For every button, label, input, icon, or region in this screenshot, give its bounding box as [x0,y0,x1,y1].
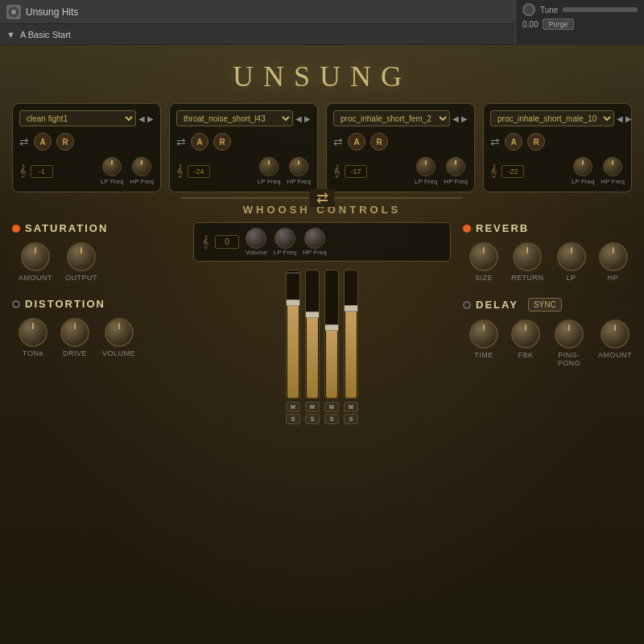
pad-4-volume[interactable]: -22 [502,165,524,178]
distortion-tone-knob[interactable] [19,318,47,347]
fader-2-s-button[interactable]: S [305,414,320,424]
pad-4-r-button[interactable]: R [527,133,545,151]
distortion-tone-wrap: TONe [19,318,47,357]
delay-fbk-label: FBK [518,351,533,359]
reverb-size-label: SIZE [475,274,493,282]
pad-2-r-button[interactable]: R [213,133,231,151]
reverb-enable-dot[interactable] [463,225,471,233]
fader-3-m-button[interactable]: M [324,402,339,412]
reverb-hp-knob[interactable] [599,242,628,271]
whoosh-hp-freq-knob[interactable] [304,228,325,249]
pad-2-header: throat_noise_short_l43 ◀ ▶ [176,110,311,126]
reverb-lp-knob[interactable] [557,242,586,271]
pad-1-lp-wrap: LP Freq [101,157,123,185]
pad-1-next-arrow[interactable]: ▶ [147,114,154,123]
distortion-volume-knob[interactable] [105,318,134,347]
delay-ping-pong-label: PING-PONG [553,351,585,367]
fader-1-m-button[interactable]: M [286,402,300,412]
tune-knob[interactable] [522,3,535,16]
pad-2-prev-arrow[interactable]: ◀ [295,114,302,123]
pad-4-prev-arrow[interactable]: ◀ [617,114,623,123]
whoosh-lp-knob[interactable] [246,228,266,249]
delay-ping-pong-knob[interactable] [555,320,584,349]
pad-3-shuffle-icon[interactable]: ⇄ [333,135,343,148]
whoosh-volume-display[interactable]: 0 [215,235,239,249]
pad-1-prev-arrow[interactable]: ◀ [138,114,145,123]
fader-4-track[interactable] [344,270,358,398]
pad-3-r-button[interactable]: R [370,133,388,151]
pad-2-volume[interactable]: -24 [188,165,210,178]
saturation-enable-dot[interactable] [12,225,20,233]
fader-4-thumb[interactable] [344,305,358,312]
pad-3-bottom: 𝄞 -17 LP Freq HP Freq [333,157,468,185]
fader-2-thumb[interactable] [305,312,320,318]
pad-3-hp-knob[interactable] [446,157,465,176]
pad-2-next-arrow[interactable]: ▶ [304,114,311,123]
pad-4-controls: ⇄ A R [490,133,625,151]
pad-2-sample-select[interactable]: throat_noise_short_l43 [176,110,293,126]
pad-2-shuffle-icon[interactable]: ⇄ [176,135,186,148]
pad-1-tune-icon: 𝄞 [19,164,26,178]
fader-2-track[interactable] [305,270,320,398]
left-fx-panel: SATURATION AMOUNT OUTPUT DI [12,222,189,424]
pad-2-lp-wrap: LP Freq [258,157,280,185]
pad-4-hp-wrap: HP Freq [601,157,625,185]
purge-button[interactable]: Purge [543,19,573,30]
fader-4-s-button[interactable]: S [344,414,358,424]
fader-2: M S [305,270,320,424]
pad-4-a-button[interactable]: A [505,133,522,151]
pad-2-hp-knob[interactable] [289,157,308,176]
reverb-size-knob[interactable] [469,242,498,271]
pad-3-volume[interactable]: -17 [345,165,367,178]
whoosh-lp-knob-wrap: LP Freq [274,228,296,256]
pad-1-a-button[interactable]: A [34,133,52,151]
delay-amount-knob[interactable] [601,320,630,349]
delay-sync-button[interactable]: SYNC [528,298,562,312]
pad-3-next-arrow[interactable]: ▶ [461,114,468,123]
pad-2-a-button[interactable]: A [191,133,208,151]
pad-4-shuffle-icon[interactable]: ⇄ [490,135,500,148]
pad-1-sample-select[interactable]: clean fight1 [19,110,136,126]
pad-4-sample-select[interactable]: proc_inhale_short_male_10 [490,110,614,126]
pad-3-sample-select[interactable]: proc_inhale_short_fem_2 [333,110,450,126]
distortion-drive-knob[interactable] [60,318,89,347]
pad-3-lp-knob[interactable] [416,157,436,176]
fader-3-track[interactable] [324,270,339,398]
delay-enable-dot[interactable] [463,301,471,309]
center-shuffle-icon[interactable]: ⇄ [316,190,328,206]
pad-1-volume[interactable]: -1 [31,165,53,178]
saturation-section: SATURATION AMOUNT OUTPUT [12,222,181,282]
pad-2-lp-knob[interactable] [259,157,279,176]
pad-2-tune-icon: 𝄞 [176,164,183,178]
pad-4-next-arrow[interactable]: ▶ [625,114,632,123]
pad-4-hp-knob[interactable] [603,157,622,176]
pad-3-a-button[interactable]: A [348,133,365,151]
fader-1-thumb[interactable] [286,299,300,306]
pad-1-shuffle-icon[interactable]: ⇄ [19,135,29,148]
pad-4-lp-knob[interactable] [573,157,592,176]
fader-1-s-button[interactable]: S [286,414,300,424]
pad-3-prev-arrow[interactable]: ◀ [452,114,459,123]
distortion-enable-dot[interactable] [12,300,20,308]
pad-1-r-button[interactable]: R [56,133,74,151]
distortion-tone-label: TONe [23,349,43,357]
fader-3-s-button[interactable]: S [324,414,339,424]
reverb-knobs: SIZE RETURN LP HP [463,242,632,282]
fader-4-buttons: M S [344,402,358,424]
reverb-return-knob[interactable] [513,242,542,271]
fader-3-thumb[interactable] [324,324,339,331]
whoosh-lp-freq-knob[interactable] [275,228,295,249]
fader-4: M S [344,270,358,424]
fader-2-m-button[interactable]: M [305,402,320,412]
pad-1-hp-knob[interactable] [132,157,151,176]
pad-1-lp-knob[interactable] [102,157,122,176]
saturation-amount-knob[interactable] [21,242,50,271]
saturation-output-knob[interactable] [67,242,96,271]
delay-time-knob[interactable] [469,320,498,349]
delay-time-label: TIME [474,351,493,359]
pad-1: clean fight1 ◀ ▶ ⇄ A R 𝄞 -1 LP Freq [12,103,161,192]
fader-4-m-button[interactable]: M [344,402,358,412]
saturation-amount-wrap: AMOUNT [19,242,52,282]
delay-fbk-knob[interactable] [511,320,540,349]
fader-1-track[interactable] [286,270,300,398]
